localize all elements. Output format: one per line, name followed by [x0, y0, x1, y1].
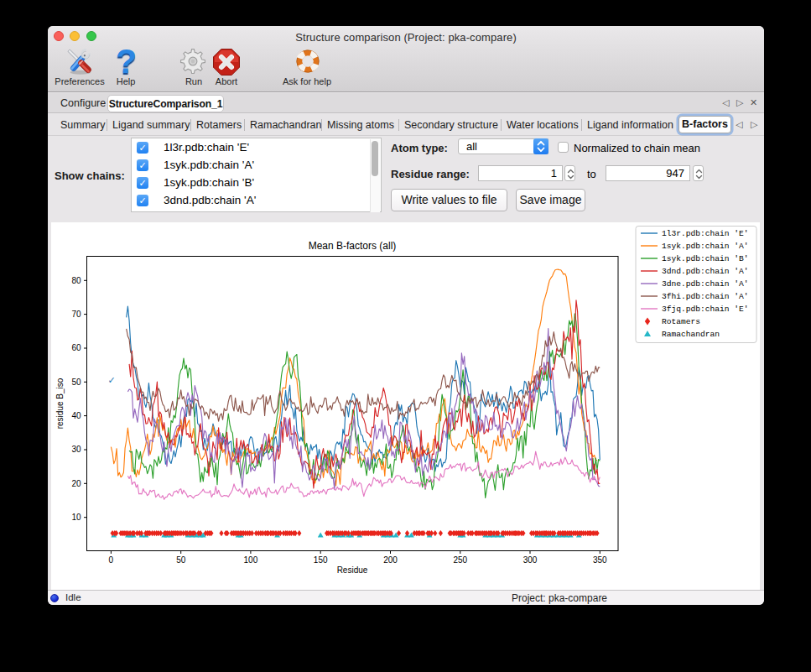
svg-text:3fhi.pdb:chain 'A': 3fhi.pdb:chain 'A'	[662, 292, 749, 301]
svg-text:0: 0	[109, 555, 114, 565]
svg-text:50: 50	[176, 555, 186, 565]
svg-text:3fjq.pdb:chain 'E': 3fjq.pdb:chain 'E'	[662, 305, 749, 314]
svg-text:60: 60	[71, 343, 81, 352]
svg-text:300: 300	[523, 555, 538, 565]
svg-text:1l3r.pdb:chain 'E': 1l3r.pdb:chain 'E'	[662, 229, 749, 238]
svg-text:80: 80	[71, 276, 81, 285]
svg-text:10: 10	[71, 513, 81, 522]
svg-text:residue B_iso: residue B_iso	[55, 378, 65, 429]
svg-text:3dne.pdb:chain 'A': 3dne.pdb:chain 'A'	[662, 279, 749, 289]
svg-text:70: 70	[71, 310, 81, 319]
svg-text:Ramachandran: Ramachandran	[662, 330, 720, 339]
svg-text:200: 200	[383, 555, 398, 565]
svg-text:1syk.pdb:chain 'B': 1syk.pdb:chain 'B'	[662, 254, 749, 263]
svg-text:Residue: Residue	[337, 565, 368, 575]
svg-text:3dnd.pdb:chain 'A': 3dnd.pdb:chain 'A'	[662, 267, 749, 276]
svg-text:✓: ✓	[107, 375, 115, 385]
svg-text:50: 50	[71, 378, 81, 387]
svg-text:350: 350	[593, 555, 607, 565]
svg-text:150: 150	[314, 555, 328, 565]
svg-text:1syk.pdb:chain 'A': 1syk.pdb:chain 'A'	[662, 242, 749, 251]
svg-text:250: 250	[453, 555, 467, 565]
svg-text:100: 100	[244, 555, 258, 565]
svg-text:40: 40	[71, 411, 81, 420]
svg-text:Rotamers: Rotamers	[662, 317, 700, 326]
svg-text:30: 30	[71, 445, 81, 454]
svg-text:Mean B-factors (all): Mean B-factors (all)	[309, 240, 397, 252]
svg-text:20: 20	[71, 479, 81, 488]
